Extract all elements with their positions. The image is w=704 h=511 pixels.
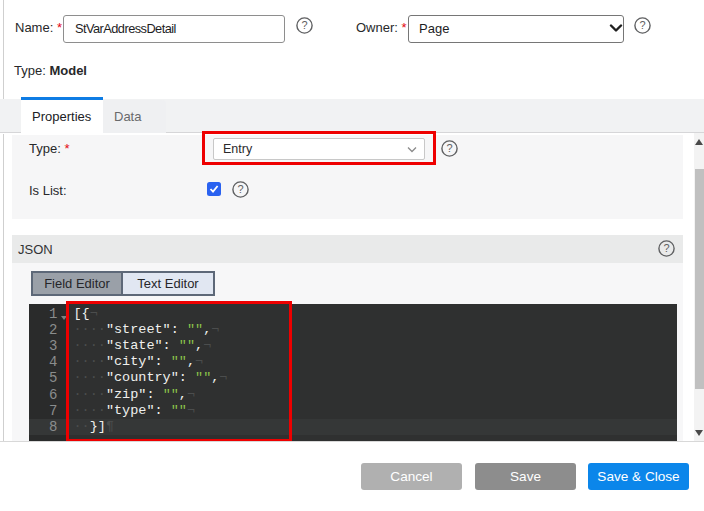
svg-text:?: ?: [663, 242, 669, 254]
svg-text:?: ?: [639, 19, 645, 31]
svg-text:?: ?: [446, 142, 452, 154]
svg-text:?: ?: [301, 19, 307, 31]
svg-text:?: ?: [237, 183, 243, 195]
